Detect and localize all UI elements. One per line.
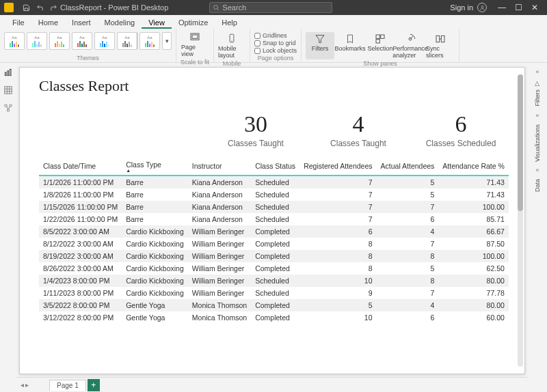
table-cell: 5	[377, 176, 439, 188]
bookmarks-button[interactable]: Bookmarks	[336, 32, 364, 59]
collapse-chevron-icon[interactable]: «	[535, 68, 539, 75]
table-row[interactable]: 1/11/2023 8:00:00 PMCardio KickboxingWil…	[39, 287, 509, 299]
table-cell: Scheduled	[251, 213, 299, 225]
data-pane-tab[interactable]: Data	[534, 179, 541, 192]
column-header[interactable]: Instructor	[188, 158, 251, 176]
collapse-chevron-icon[interactable]: «	[535, 167, 539, 173]
column-header[interactable]: Class Type▲	[122, 158, 188, 176]
lock-check[interactable]: Lock objects	[254, 47, 297, 54]
save-icon[interactable]	[21, 3, 31, 12]
menu-view[interactable]: View	[142, 16, 172, 29]
snap-check[interactable]: Snap to grid	[254, 40, 297, 46]
user-avatar-icon[interactable]	[477, 3, 487, 12]
table-cell: 1/11/2023 8:00:00 PM	[39, 287, 122, 299]
model-view-icon[interactable]	[3, 102, 14, 113]
table-cell: 1/22/2026 11:00:00 PM	[39, 213, 122, 225]
table-row[interactable]: 1/15/2026 11:00:00 PMBarreKiana Anderson…	[39, 201, 509, 213]
table-row[interactable]: 8/5/2022 3:00:00 AMCardio KickboxingWill…	[39, 225, 509, 238]
add-page-button[interactable]: +	[88, 379, 100, 391]
table-cell: 80.00	[438, 275, 508, 287]
search-box[interactable]: Search	[209, 2, 332, 13]
table-row[interactable]: 1/8/2026 11:00:00 PMBarreKiana AndersonS…	[39, 188, 509, 201]
table-cell: 62.50	[438, 262, 508, 275]
perf-analyzer-button[interactable]: Performance analyzer	[396, 32, 425, 59]
sync-slicers-button[interactable]: Sync slicers	[426, 32, 455, 59]
column-header[interactable]: Actual Attendees	[377, 158, 439, 176]
themes-gallery[interactable]: Aa Aa Aa Aa Aa Aa Aa ▾	[4, 31, 172, 50]
selection-button[interactable]: Selection	[366, 32, 395, 59]
table-cell: Completed	[251, 238, 299, 250]
data-table[interactable]: Class Date/TimeClass Type▲InstructorClas…	[39, 158, 509, 324]
table-row[interactable]: 1/22/2026 11:00:00 PMBarreKiana Anderson…	[39, 213, 509, 225]
svg-line-1	[217, 9, 219, 10]
report-view-icon[interactable]	[3, 67, 14, 78]
filters-pane-button[interactable]: Filters	[306, 32, 334, 59]
close-button[interactable]: ✕	[526, 3, 543, 12]
table-cell: Gentle Yoga	[122, 299, 188, 311]
svg-rect-16	[5, 72, 6, 76]
column-header[interactable]: Registered Attendees	[299, 158, 376, 176]
table-row[interactable]: 8/12/2022 3:00:00 AMCardio KickboxingWil…	[39, 238, 509, 250]
table-cell: William Beringer	[188, 238, 251, 250]
svg-rect-13	[436, 36, 440, 42]
gridlines-check[interactable]: Gridlines	[254, 32, 297, 39]
table-row[interactable]: 8/26/2022 3:00:00 AMCardio KickboxingWil…	[39, 262, 509, 275]
table-cell: Cardio Kickboxing	[122, 287, 188, 299]
table-cell: 7	[299, 201, 376, 213]
group-themes: Themes	[77, 54, 99, 62]
column-header[interactable]: Class Date/Time	[39, 158, 122, 176]
kpi-card[interactable]: 6Classes Scheduled	[423, 111, 498, 148]
kpi-card[interactable]: 30Classes Taught	[218, 111, 293, 148]
redo-icon[interactable]	[49, 3, 58, 12]
menu-home[interactable]: Home	[31, 16, 65, 29]
table-cell: Kiana Anderson	[188, 201, 251, 213]
collapse-chevron-icon[interactable]: «	[535, 112, 539, 119]
menu-optimize[interactable]: Optimize	[172, 16, 215, 29]
menu-insert[interactable]: Insert	[65, 16, 98, 29]
menu-help[interactable]: Help	[215, 16, 244, 29]
table-cell: Barre	[122, 188, 188, 201]
menubar: File Home Insert Modeling View Optimize …	[0, 15, 547, 29]
page-tab-bar: ◂ ▸ Page 1 +	[16, 377, 528, 392]
table-cell: 71.43	[438, 176, 508, 188]
table-row[interactable]: 1/1/2026 11:00:00 PMBarreKiana AndersonS…	[39, 176, 509, 188]
filters-pane-tab[interactable]: Filters▽	[534, 81, 541, 107]
table-cell: 77.78	[438, 287, 508, 299]
page-tab[interactable]: Page 1	[49, 380, 86, 391]
vertical-scrollbar[interactable]	[518, 74, 523, 367]
table-cell: 4	[377, 299, 439, 311]
undo-icon[interactable]	[35, 3, 44, 12]
table-cell: 100.00	[438, 201, 508, 213]
app-title: ClassReport - Power BI Desktop	[60, 3, 168, 12]
kpi-card[interactable]: 4Classes Taught	[321, 111, 396, 148]
table-view-icon[interactable]	[3, 85, 14, 96]
menu-modeling[interactable]: Modeling	[98, 16, 142, 29]
tab-nav-right[interactable]: ▸	[25, 381, 29, 389]
table-cell: 1/8/2026 11:00:00 PM	[39, 188, 122, 201]
menu-file[interactable]: File	[5, 16, 31, 29]
svg-rect-4	[192, 35, 198, 38]
mobile-layout-button[interactable]: Mobile layout	[218, 31, 245, 59]
table-cell: 8/5/2022 3:00:00 AM	[39, 225, 122, 238]
tab-nav-left[interactable]: ◂	[21, 381, 24, 389]
column-header[interactable]: Class Status	[251, 158, 299, 176]
maximize-button[interactable]: ☐	[510, 3, 526, 12]
table-cell: 8	[377, 275, 439, 287]
table-row[interactable]: 8/19/2022 3:00:00 AMCardio KickboxingWil…	[39, 250, 509, 262]
report-canvas[interactable]: Classes Report 30Classes Taught4Classes …	[19, 67, 525, 374]
signin-link[interactable]: Sign in	[450, 3, 473, 12]
visualizations-pane-tab[interactable]: Visualizations	[534, 124, 541, 162]
table-cell: 6	[299, 225, 376, 238]
table-row[interactable]: 3/5/2022 8:00:00 PMGentle YogaMonica Tho…	[39, 299, 509, 311]
table-row[interactable]: 3/12/2022 8:00:00 PMGentle YogaMonica Th…	[39, 311, 509, 324]
page-view-button[interactable]: Page view	[181, 31, 209, 58]
column-header[interactable]: Attendance Rate %	[438, 158, 508, 176]
minimize-button[interactable]: —	[494, 3, 510, 12]
table-cell: 1/15/2026 11:00:00 PM	[39, 201, 122, 213]
table-cell: Scheduled	[251, 201, 299, 213]
kpi-value: 30	[218, 111, 293, 137]
svg-line-27	[7, 107, 8, 109]
table-cell: 8	[299, 238, 376, 250]
table-cell: Completed	[251, 299, 299, 311]
table-row[interactable]: 1/4/2023 8:00:00 PMCardio KickboxingWill…	[39, 275, 509, 287]
